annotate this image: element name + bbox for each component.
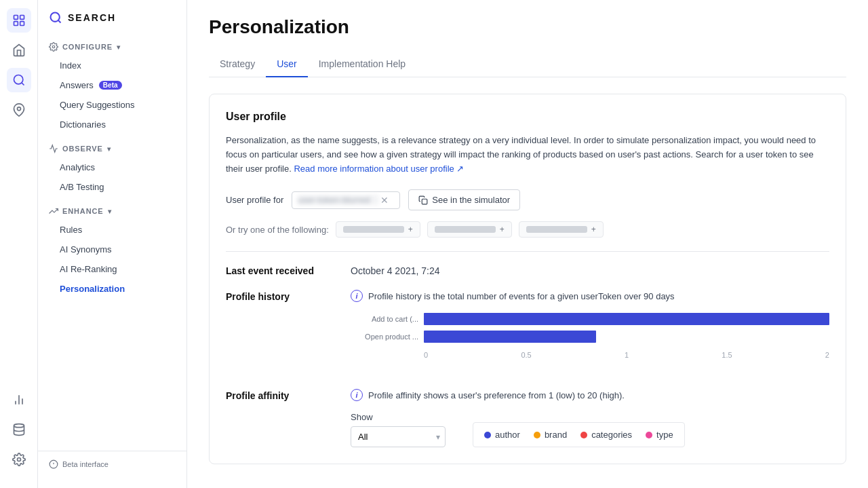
plus-icon-3: + [591, 225, 596, 234]
svg-line-13 [58, 20, 61, 23]
read-more-link[interactable]: Read more information about user profile… [294, 164, 464, 174]
beta-interface-label[interactable]: Beta interface [49, 459, 176, 469]
show-row: Show All author brand categories type ▾ [351, 412, 829, 447]
profile-history-row: Profile history i Profile history is the… [226, 290, 829, 373]
enhance-header[interactable]: ENHANCE ▾ [38, 202, 186, 220]
legend-dot-type [646, 432, 652, 438]
profile-affinity-content: i Profile affinity shows a user's prefer… [351, 389, 829, 447]
bar-track-2 [424, 331, 829, 343]
sidebar-item-personalization[interactable]: Personalization [38, 279, 186, 299]
configure-section: CONFIGURE ▾ Index Answers Beta Query Sug… [38, 38, 186, 134]
info-icon-affinity: i [351, 389, 363, 401]
sidebar-item-ab-testing[interactable]: A/B Testing [38, 177, 186, 197]
or-try-label: Or try one of the following: [226, 225, 329, 235]
chart-axis: 0 0.5 1 1.5 2 [424, 348, 829, 359]
simulator-button[interactable]: See in the simulator [408, 189, 520, 210]
enhance-chevron: ▾ [108, 208, 112, 215]
suggestion-chip-1[interactable]: + [336, 221, 420, 238]
show-label: Show [351, 412, 446, 422]
main-content: Personalization Strategy User Implementa… [187, 0, 868, 488]
axis-05: 0.5 [521, 351, 531, 359]
legend-label-brand: brand [545, 430, 567, 440]
bar-fill-2 [424, 331, 596, 343]
description-text: Personalization, as the name suggests, i… [226, 134, 829, 176]
brand: SEARCH [38, 11, 186, 38]
sidebar-item-ai-reranking[interactable]: AI Re-Ranking [38, 259, 186, 279]
svg-rect-1 [20, 16, 24, 20]
legend-item-brand: brand [534, 430, 567, 440]
tab-user[interactable]: User [266, 52, 308, 77]
sidebar-bottom: Beta interface [38, 451, 186, 477]
observe-label: OBSERVE [62, 145, 103, 153]
sidebar: SEARCH CONFIGURE ▾ Index Answers Beta Qu… [38, 0, 187, 488]
affinity-desc: i Profile affinity shows a user's prefer… [351, 389, 829, 401]
tab-strategy[interactable]: Strategy [209, 52, 266, 77]
observe-chevron: ▾ [107, 145, 111, 153]
bar-label-2: Open product ... [351, 333, 418, 341]
svg-point-10 [14, 424, 24, 428]
enhance-section: ENHANCE ▾ Rules AI Synonyms AI Re-Rankin… [38, 202, 186, 299]
svg-rect-3 [20, 22, 24, 26]
page-title: Personalization [209, 16, 846, 38]
svg-rect-2 [14, 22, 18, 26]
legend-item-type: type [646, 430, 673, 440]
enhance-label: ENHANCE [62, 207, 104, 215]
last-event-value: October 4 2021, 7:24 [351, 265, 440, 276]
profile-history-label: Profile history [226, 290, 334, 302]
sidebar-item-dictionaries[interactable]: Dictionaries [38, 115, 186, 134]
legend-dot-author [484, 432, 491, 438]
plus-icon-2: + [500, 225, 505, 234]
show-select-wrap: All author brand categories type ▾ [351, 426, 446, 447]
plus-icon-1: + [408, 225, 413, 234]
info-icon-history: i [351, 290, 363, 302]
sidebar-item-answers[interactable]: Answers Beta [38, 75, 186, 95]
user-profile-input-row: User profile for ✕ See in the simulator [226, 189, 829, 210]
user-profile-card: User profile Personalization, as the nam… [209, 94, 846, 464]
svg-rect-18 [422, 199, 428, 204]
profile-history-content: i Profile history is the total number of… [351, 290, 829, 373]
user-token-input-wrap: ✕ [292, 191, 400, 209]
tab-implementation-help[interactable]: Implementation Help [308, 52, 416, 77]
clear-input-button[interactable]: ✕ [379, 195, 390, 206]
suggestion-chip-2[interactable]: + [427, 221, 512, 238]
icon-settings[interactable] [7, 447, 31, 472]
legend-label-type: type [656, 430, 673, 440]
icon-chart[interactable] [7, 388, 31, 412]
legend-label-categories: categories [591, 430, 632, 440]
suggestion-chip-3[interactable]: + [519, 221, 604, 238]
icon-clock[interactable] [7, 8, 31, 33]
divider [226, 251, 829, 252]
icon-home[interactable] [7, 38, 31, 62]
sidebar-item-rules[interactable]: Rules [38, 220, 186, 240]
icon-database[interactable] [7, 417, 31, 442]
sidebar-item-index[interactable]: Index [38, 56, 186, 75]
icon-search-circle[interactable] [7, 68, 31, 92]
legend-dot-brand [534, 432, 540, 438]
brand-name: SEARCH [68, 12, 116, 23]
sidebar-item-analytics[interactable]: Analytics [38, 157, 186, 177]
icon-pin[interactable] [7, 98, 31, 122]
show-section: Show All author brand categories type ▾ [351, 412, 446, 447]
configure-label: CONFIGURE [62, 43, 113, 51]
answers-badge: Beta [99, 81, 122, 90]
bar-row-2: Open product ... [351, 331, 829, 343]
or-try-row: Or try one of the following: + + + [226, 221, 829, 238]
axis-1: 1 [625, 351, 629, 359]
configure-header[interactable]: CONFIGURE ▾ [38, 38, 186, 56]
observe-header[interactable]: OBSERVE ▾ [38, 140, 186, 157]
bar-row-1: Add to cart (... [351, 313, 829, 325]
legend-dot-categories [580, 432, 587, 438]
svg-point-14 [52, 45, 55, 48]
sidebar-item-ai-synonyms[interactable]: AI Synonyms [38, 240, 186, 259]
bar-chart: Add to cart (... Open product ... 0 0. [351, 313, 829, 373]
input-label: User profile for [226, 195, 283, 205]
show-select[interactable]: All author brand categories type [351, 426, 446, 447]
affinity-legend: author brand categories type [473, 422, 685, 447]
svg-point-11 [17, 458, 20, 462]
bar-label-1: Add to cart (... [351, 315, 418, 323]
user-token-input[interactable] [298, 195, 379, 205]
legend-label-author: author [495, 430, 520, 440]
svg-point-12 [51, 13, 60, 22]
sidebar-item-query-suggestions[interactable]: Query Suggestions [38, 95, 186, 115]
tabs: Strategy User Implementation Help [209, 52, 846, 77]
